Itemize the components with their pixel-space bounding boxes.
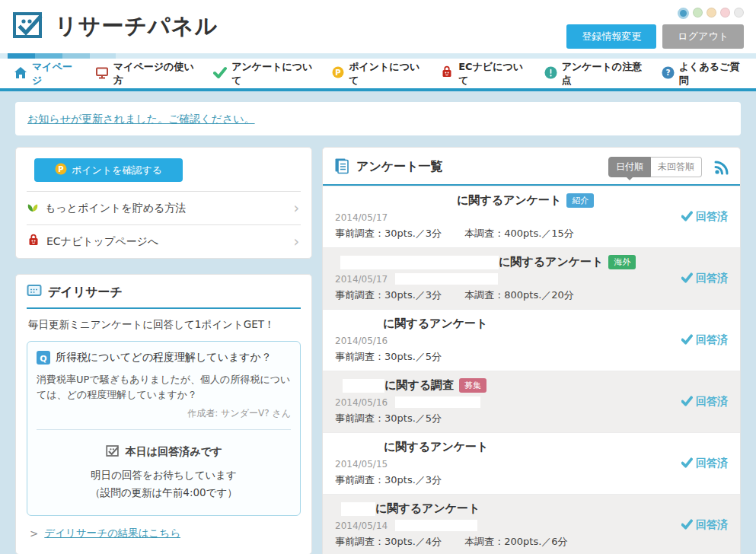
daily-result-row: > デイリサーチの結果はこちら (30, 527, 298, 540)
nav-item-about-points[interactable]: P ポイントについて (323, 59, 431, 88)
survey-pre-detail: 事前調査：30pts.／3分 (335, 228, 442, 239)
exclamation-icon (544, 66, 557, 81)
svg-text:P: P (58, 165, 63, 174)
chevron-right-icon: › (293, 201, 301, 215)
check-points-button[interactable]: P ポイントを確認する (34, 158, 183, 182)
daily-research-header: デイリサーチ (27, 284, 301, 309)
status-label: 回答済 (696, 333, 728, 347)
chevron-right-icon: > (30, 527, 38, 540)
redacted-text (395, 520, 477, 531)
survey-list-header: アンケート一覧 日付順 未回答順 (323, 148, 740, 186)
status-label: 回答済 (696, 395, 728, 409)
survey-title: に関するアンケート (384, 440, 488, 454)
chevron-right-icon: › (293, 234, 301, 249)
survey-title: に関するアンケート (383, 317, 487, 331)
answered-check-icon (681, 519, 693, 532)
survey-row[interactable]: に関するアンケート 2014/05/14 事前調査：30pts.／4分 本調査：… (323, 494, 740, 554)
header-buttons: 登録情報変更 ログアウト (566, 24, 744, 49)
status-answered: 回答済 (681, 333, 728, 347)
nav-label: ポイントについて (349, 60, 422, 88)
logo[interactable]: リサーチパネル (11, 8, 218, 45)
sort-by-date-tab[interactable]: 日付順 (608, 157, 651, 177)
redacted-text (342, 441, 384, 454)
survey-row[interactable]: に関するアンケート 紹介 2014/05/17 事前調査：30pts.／3分 本… (323, 186, 740, 247)
survey-row[interactable]: に関するアンケート 2014/05/16 事前調査：30pts.／5分 回答済 (323, 309, 740, 371)
nav-item-howto[interactable]: マイページの使い方 (86, 59, 204, 88)
redacted-text (395, 273, 498, 285)
survey-date: 2014/05/16 (335, 397, 388, 408)
survey-list-icon (333, 158, 350, 177)
rss-icon[interactable] (714, 160, 729, 175)
point-coin-icon: P (55, 163, 67, 177)
daily-question-title: 所得税についてどの程度理解していますか？ (56, 351, 272, 365)
nav-item-mypage[interactable]: マイページ (5, 59, 86, 88)
monitor-icon (95, 66, 109, 81)
nav-item-about-survey[interactable]: アンケートについて (204, 59, 323, 88)
survey-main-detail: 本調査：200pts.／6分 (464, 536, 567, 547)
daily-result-link[interactable]: デイリサーチの結果はこちら (44, 527, 180, 540)
question-icon: ? (662, 66, 675, 81)
sidebar-item-ecnavi-top[interactable]: ECナビトップページへ › (27, 224, 301, 258)
nav-label: ECナビについて (458, 60, 525, 88)
nav-item-about-ecnavi[interactable]: ECナビについて (431, 59, 534, 88)
question-q-icon: Q (37, 351, 50, 367)
redacted-text (343, 379, 384, 393)
notice-link[interactable]: お知らせが更新されました。ご確認ください。 (27, 113, 255, 125)
quick-links-card: P ポイントを確認する もっとポイントを貯める方法 › ECナビトップページへ (15, 147, 312, 259)
status-answered: 回答済 (681, 210, 728, 224)
theme-dot-green[interactable] (693, 8, 703, 18)
sort-by-unanswered-tab[interactable]: 未回答順 (651, 157, 702, 177)
redacted-text (341, 502, 375, 516)
nav-label: アンケートについて (231, 60, 314, 88)
ecnavi-bag-icon (27, 234, 40, 250)
check-points-label: ポイントを確認する (72, 164, 162, 177)
daily-answered-block: 本日は回答済みです 明日の回答をお待ちしています （設問の更新は午前4:00です… (37, 430, 291, 515)
register-info-button[interactable]: 登録情報変更 (566, 24, 656, 49)
status-label: 回答済 (696, 272, 728, 285)
svg-text:?: ? (665, 68, 670, 77)
nav-label: アンケートの注意点 (562, 60, 643, 88)
daily-research-title: デイリサーチ (48, 285, 123, 301)
nav-label: マイページ (32, 60, 77, 88)
home-icon (14, 66, 27, 81)
survey-row[interactable]: に関するアンケート 海外 2014/05/17 事前調査：30pts.／3分 本… (323, 247, 740, 309)
answered-today-text: 本日は回答済みです (126, 445, 222, 459)
badge-overseas: 海外 (608, 255, 636, 269)
answered-check-icon (681, 396, 693, 409)
survey-row[interactable]: に関する調査 募集 2014/05/16 事前調査：30pts.／5分 回答済 (323, 371, 740, 432)
page-content: お知らせが更新されました。ご確認ください。 P ポイントを確認する もっとポイン… (0, 91, 756, 543)
survey-list-card: アンケート一覧 日付順 未回答順 に関するアンケート 紹介 (322, 147, 741, 554)
daily-question-box: Q 所得税についてどの程度理解していますか？ 消費税率UPで騒ぎもありましたが、… (27, 341, 301, 516)
logout-button[interactable]: ログアウト (662, 24, 744, 49)
theme-dot-pink[interactable] (720, 8, 730, 18)
survey-row[interactable]: に関するアンケート 2014/05/15 事前調査：30pts.／3分 回答済 (323, 432, 740, 494)
survey-pre-detail: 事前調査：30pts.／3分 (335, 474, 442, 486)
nav-item-faq[interactable]: ? よくあるご質問 (652, 59, 751, 88)
research-panel-face-icon (11, 8, 46, 45)
research-panel-face-icon-gray (105, 444, 120, 460)
answered-check-icon (681, 272, 693, 285)
survey-main-detail: 本調査：800pts.／20分 (464, 289, 574, 301)
survey-list-title: アンケート一覧 (356, 159, 602, 175)
svg-text:P: P (335, 68, 340, 77)
redacted-text (340, 256, 499, 269)
status-label: 回答済 (696, 457, 728, 470)
survey-pre-detail: 事前調査：30pts.／5分 (335, 412, 442, 424)
daily-research-subtitle: 毎日更新ミニアンケートに回答して1ポイントGET！ (28, 318, 299, 332)
daily-question-description: 消費税率UPで騒ぎもありましたが、個人の所得税については、どの程度理解しています… (37, 372, 291, 403)
sidebar-item-label: もっとポイントを貯める方法 (45, 202, 186, 215)
survey-title: に関するアンケート (457, 193, 561, 208)
app-header: リサーチパネル 登録情報変更 ログアウト (0, 0, 756, 53)
survey-title: に関する調査 (384, 378, 454, 393)
sidebar-item-earn-points[interactable]: もっとポイントを貯める方法 › (27, 191, 301, 224)
main-nav: マイページ マイページの使い方 アンケートについて P ポイントについて (0, 59, 756, 91)
survey-date: 2014/05/17 (335, 274, 388, 285)
survey-date: 2014/05/14 (335, 521, 388, 531)
status-answered: 回答済 (681, 518, 728, 532)
theme-dot-blue[interactable] (678, 8, 689, 19)
theme-dot-gray[interactable] (734, 8, 744, 18)
theme-dot-orange[interactable] (707, 8, 716, 18)
nav-item-survey-notes[interactable]: アンケートの注意点 (535, 59, 652, 88)
survey-main-detail: 本調査：400pts.／15分 (464, 228, 574, 239)
daily-research-icon (27, 284, 42, 301)
